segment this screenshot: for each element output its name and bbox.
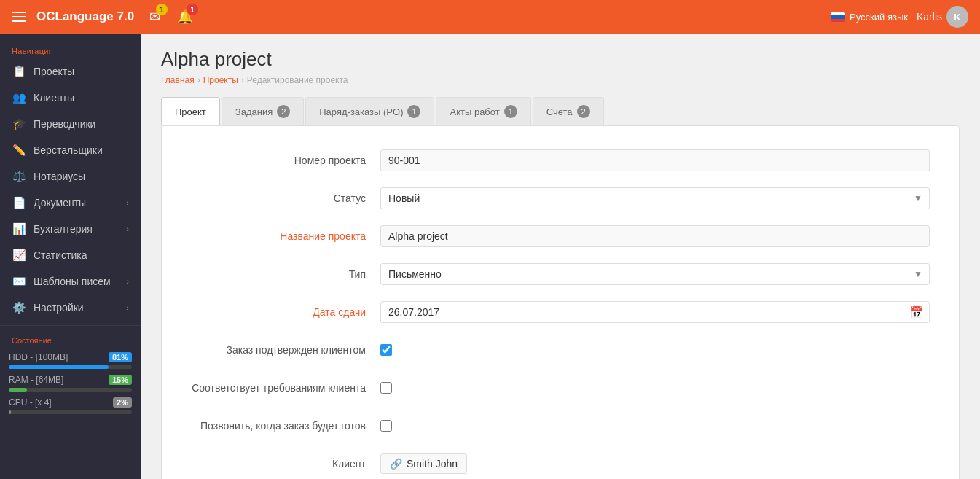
bell-button[interactable]: 🔔 1: [175, 7, 195, 27]
requirements-row: Соответствует требованиям клиента: [191, 375, 930, 400]
sidebar-item-templates[interactable]: ✉️ Шаблоны писем ›: [0, 268, 141, 295]
content-area: Alpha project Главная › Проекты › Редакт…: [141, 34, 980, 479]
tab-invoices[interactable]: Счета 2: [533, 97, 604, 125]
projects-icon: 📋: [12, 65, 26, 78]
sidebar-item-statistics[interactable]: 📈 Статистика: [0, 242, 141, 268]
project-name-row: Название проекта: [191, 224, 930, 249]
type-select[interactable]: Письменно: [380, 263, 930, 285]
callback-label: Позвонить, когда заказ будет готов: [191, 420, 380, 432]
tab-tasks-badge: 2: [277, 105, 290, 118]
bell-badge: 1: [187, 4, 198, 15]
sidebar-item-clients[interactable]: 👥 Клиенты: [0, 85, 141, 111]
sidebar-item-label: Проекты: [34, 66, 129, 77]
page-title: Alpha project: [161, 48, 960, 71]
translators-icon: 🎓: [12, 117, 26, 131]
status-section-label: Состояние: [0, 330, 141, 348]
tabs-container: Проект Задания 2 Наряд-заказы (PO) 1 Акт…: [161, 97, 960, 125]
sidebar-item-label: Бухгалтерия: [34, 223, 119, 235]
tab-project-label: Проект: [175, 106, 206, 117]
chevron-right-icon: ›: [126, 303, 129, 312]
sidebar-item-label: Статистика: [34, 249, 129, 261]
breadcrumb: Главная › Проекты › Редактирование проек…: [161, 75, 960, 85]
sidebar-item-label: Верстальщики: [34, 144, 129, 156]
settings-icon: ⚙️: [12, 301, 26, 314]
sidebar-item-typesetters[interactable]: ✏️ Верстальщики: [0, 137, 141, 163]
tab-orders-badge: 1: [407, 105, 420, 118]
sidebar-divider: [0, 325, 141, 326]
cpu-label: CPU - [x 4]: [9, 397, 52, 408]
project-number-label: Номер проекта: [191, 155, 380, 166]
sidebar-item-label: Переводчики: [34, 118, 129, 130]
project-number-row: Номер проекта 90-001: [191, 148, 930, 173]
hdd-bar-bg: [9, 365, 132, 369]
client-row: Клиент 🔗 Smith John: [191, 451, 930, 476]
calendar-icon[interactable]: 📅: [909, 305, 924, 319]
requirements-checkbox[interactable]: [380, 382, 392, 394]
tab-acts-badge: 1: [504, 105, 517, 118]
chevron-right-icon: ›: [126, 277, 129, 286]
language-label: Русский язык: [850, 12, 908, 23]
cpu-bar-bg: [9, 410, 132, 414]
client-label: Клиент: [191, 458, 380, 470]
user-menu[interactable]: Karlis K: [917, 6, 968, 28]
callback-checkbox[interactable]: [380, 420, 392, 432]
chevron-right-icon: ›: [126, 198, 129, 207]
client-select-button[interactable]: 🔗 Smith John: [380, 453, 467, 474]
language-selector[interactable]: Русский язык: [831, 12, 908, 23]
brand-name: OCLanguage 7.0: [36, 9, 134, 24]
menu-toggle[interactable]: [12, 12, 26, 22]
confirmed-label: Заказ подтвержден клиентом: [191, 344, 380, 356]
notaries-icon: ⚖️: [12, 170, 26, 183]
project-name-label: Название проекта: [191, 230, 380, 242]
tab-tasks[interactable]: Задания 2: [222, 97, 304, 125]
tab-acts[interactable]: Акты работ 1: [436, 97, 530, 125]
hdd-label: HDD - [100MB]: [9, 352, 68, 362]
status-row: Статус Новый В работе Завершён Отменён ▼: [191, 186, 930, 211]
requirements-label: Соответствует требованиям клиента: [191, 382, 380, 394]
nav-section-label: Навигация: [0, 41, 141, 58]
hdd-status-row: HDD - [100MB] 81%: [9, 352, 132, 362]
username-label: Karlis: [917, 11, 942, 23]
mail-button[interactable]: ✉ 1: [144, 7, 165, 27]
breadcrumb-home[interactable]: Главная: [161, 75, 195, 85]
tab-invoices-label: Счета: [546, 106, 573, 117]
breadcrumb-sep: ›: [241, 75, 244, 85]
hdd-bar-fill: [9, 365, 109, 369]
tab-invoices-badge: 2: [577, 105, 590, 118]
sidebar-item-documents[interactable]: 📄 Документы ›: [0, 190, 141, 216]
statistics-icon: 📈: [12, 249, 26, 262]
sidebar: Навигация 📋 Проекты 👥 Клиенты 🎓 Переводч…: [0, 34, 141, 479]
sidebar-item-label: Документы: [34, 197, 119, 209]
sidebar-item-translators[interactable]: 🎓 Переводчики: [0, 111, 141, 137]
ram-label: RAM - [64MB]: [9, 375, 63, 385]
avatar: K: [946, 6, 968, 28]
breadcrumb-projects[interactable]: Проекты: [203, 75, 238, 85]
delivery-date-input[interactable]: [380, 301, 930, 323]
callback-row: Позвонить, когда заказ будет готов: [191, 413, 930, 438]
client-name: Smith John: [407, 458, 458, 470]
delivery-label: Дата сдачи: [191, 306, 380, 318]
project-name-input[interactable]: [380, 225, 930, 247]
link-icon: 🔗: [390, 458, 402, 470]
sidebar-item-label: Шаблоны писем: [34, 276, 119, 287]
sidebar-item-accounting[interactable]: 📊 Бухгалтерия ›: [0, 216, 141, 242]
type-label: Тип: [191, 268, 380, 280]
type-select-wrapper: Письменно ▼: [380, 263, 930, 285]
callback-checkbox-wrapper: [380, 420, 392, 432]
typesetters-icon: ✏️: [12, 144, 26, 157]
sidebar-item-label: Нотариусы: [34, 171, 129, 182]
status-label: Статус: [191, 192, 380, 204]
sidebar-item-notaries[interactable]: ⚖️ Нотариусы: [0, 163, 141, 190]
confirmed-checkbox-wrapper: [380, 344, 392, 356]
breadcrumb-sep: ›: [197, 75, 200, 85]
sidebar-item-projects[interactable]: 📋 Проекты: [0, 58, 141, 85]
mail-badge: 1: [156, 4, 168, 15]
tab-orders[interactable]: Наряд-заказы (PO) 1: [305, 97, 434, 125]
tab-project[interactable]: Проект: [161, 97, 220, 125]
flag-icon: [831, 12, 845, 22]
accounting-icon: 📊: [12, 222, 26, 235]
confirmed-checkbox[interactable]: [380, 344, 392, 356]
type-row: Тип Письменно ▼: [191, 262, 930, 287]
sidebar-item-settings[interactable]: ⚙️ Настройки ›: [0, 295, 141, 321]
status-select[interactable]: Новый В работе Завершён Отменён: [380, 187, 930, 209]
